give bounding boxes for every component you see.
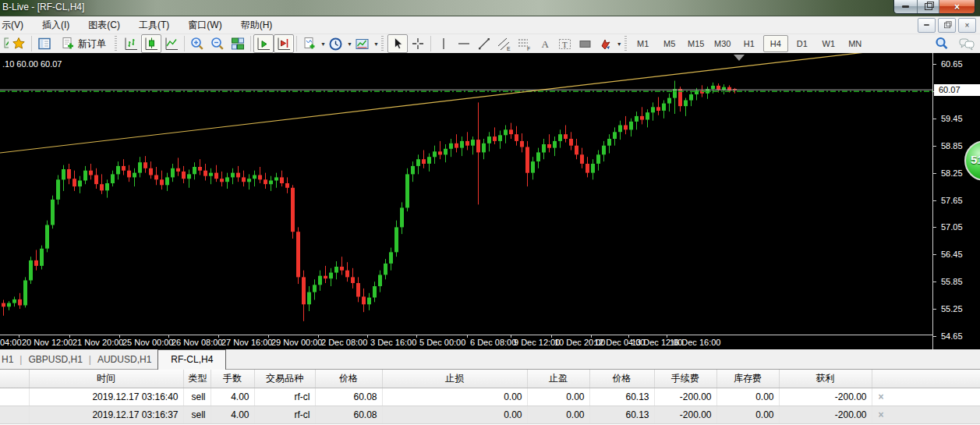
arrows-dropdown[interactable]: ▼ xyxy=(617,41,622,47)
trade-cell: -200.00 xyxy=(779,388,872,406)
tile-windows-button[interactable] xyxy=(228,34,248,53)
current-price-marker: 60.07 xyxy=(934,84,980,96)
toolbar-grip[interactable] xyxy=(115,36,117,51)
chart-tab-audusd-h1[interactable]: AUDUSD,H1 xyxy=(91,351,157,369)
y-axis-label: 54.65 xyxy=(941,331,963,341)
minimize-icon xyxy=(924,24,929,26)
templates-dropdown[interactable]: ▼ xyxy=(373,41,379,47)
close-trade-button[interactable]: × xyxy=(879,391,884,402)
svg-text:A: A xyxy=(541,38,549,50)
x-tick xyxy=(416,335,417,338)
x-tick xyxy=(551,335,552,338)
templates-button[interactable] xyxy=(352,34,373,53)
trade-cell: rf-cl xyxy=(254,388,315,406)
trade-cell: 0.00 xyxy=(716,388,779,406)
restore-button[interactable] xyxy=(917,0,939,13)
bar-chart-button[interactable] xyxy=(121,34,141,53)
trade-row-0[interactable]: 2019.12.17 03:16:40sell4.00rf-cl60.080.0… xyxy=(0,388,980,406)
line-chart-button[interactable] xyxy=(161,34,182,53)
column-header-9: 手续费 xyxy=(654,370,716,388)
menu-item-0[interactable]: 示(V) xyxy=(0,16,33,34)
trade-cell: 0.00 xyxy=(527,388,589,406)
child-close-button[interactable]: × xyxy=(958,18,976,33)
y-axis-label: 57.05 xyxy=(941,222,963,232)
column-header-empty xyxy=(872,370,980,388)
market-watch-button[interactable] xyxy=(34,34,55,53)
auto-scroll-button[interactable] xyxy=(253,34,274,53)
chart-tab-h1[interactable]: H1 xyxy=(0,351,19,369)
new-order-button[interactable]: 新订单 xyxy=(55,34,112,53)
menu-item-3[interactable]: 工具(T) xyxy=(129,16,179,34)
periods-button[interactable] xyxy=(326,34,346,53)
periods-dropdown[interactable]: ▼ xyxy=(347,41,352,47)
x-axis-label: 3 Dec 16:00 xyxy=(370,338,416,347)
trendline-button[interactable] xyxy=(474,34,494,53)
timeframe-button-h4[interactable]: H4 xyxy=(763,35,788,52)
y-tick xyxy=(933,227,936,228)
chart-tab-gbpusd-h1[interactable]: GBPUSD,H1 xyxy=(22,351,88,369)
minimize-button[interactable] xyxy=(894,0,917,13)
x-tick xyxy=(69,335,70,338)
trade-row-1[interactable]: 2019.12.17 03:16:37sell4.00rf-cl60.080.0… xyxy=(0,406,980,423)
trade-cell: 60.13 xyxy=(589,406,654,423)
x-axis-label: 20 Nov 12:00 xyxy=(22,338,73,347)
time-scale[interactable]: 04:0020 Nov 12:0021 Nov 20:0025 Nov 00:0… xyxy=(0,335,932,350)
vertical-line-button[interactable] xyxy=(433,34,454,53)
timeframe-button-w1[interactable]: W1 xyxy=(816,35,841,52)
x-axis-label: 21 Nov 20:00 xyxy=(73,338,123,347)
favorites-button[interactable] xyxy=(9,34,29,53)
menu-item-4[interactable]: 窗口(W) xyxy=(179,16,231,34)
toolbar-grip[interactable] xyxy=(381,36,384,51)
trade-cell: -200.00 xyxy=(654,388,716,406)
menu-item-5[interactable]: 帮助(H) xyxy=(232,16,282,34)
equidistant-channel-button[interactable]: E xyxy=(494,34,515,53)
close-trade-button[interactable]: × xyxy=(879,409,884,420)
timeframe-button-m5[interactable]: M5 xyxy=(657,35,682,52)
chart-tab-bar: H1|GBPUSD,H1|AUDUSD,H1RF-CL,H4 xyxy=(0,349,980,370)
close-icon: × xyxy=(954,2,960,12)
trade-icon-cell xyxy=(0,388,29,406)
y-tick xyxy=(933,64,936,65)
indicators-button[interactable] xyxy=(299,34,320,53)
trade-cell: sell xyxy=(183,388,211,406)
chart-canvas[interactable] xyxy=(0,53,932,335)
text-label-button[interactable]: T xyxy=(555,34,575,53)
menu-item-1[interactable]: 插入(I) xyxy=(33,16,79,34)
trades-table: 时间类型手数交易品种价格止损止盈价格手续费库存费获利2019.12.17 03:… xyxy=(0,370,980,424)
menu-item-2[interactable]: 图表(C) xyxy=(79,16,129,34)
candlestick-chart-button[interactable] xyxy=(141,34,161,53)
zoom-out-button[interactable] xyxy=(207,34,228,53)
timeframe-button-h1[interactable]: H1 xyxy=(737,35,762,52)
child-minimize-button[interactable] xyxy=(918,18,936,33)
child-restore-button[interactable] xyxy=(938,18,956,33)
fibonacci-button[interactable]: F xyxy=(515,34,535,53)
timeframe-button-m30[interactable]: M30 xyxy=(710,35,735,52)
trade-close-cell: × xyxy=(872,406,980,423)
horizontal-line-button[interactable] xyxy=(454,34,474,53)
menu-items: 示(V)插入(I)图表(C)工具(T)窗口(W)帮助(H) xyxy=(0,16,281,34)
text-button[interactable]: A xyxy=(535,34,555,53)
clipped-toolbar-icon[interactable] xyxy=(0,35,9,52)
close-button[interactable]: × xyxy=(939,0,975,13)
price-scale[interactable]: 60.6560.0559.4558.8558.2557.6557.0556.45… xyxy=(932,53,980,349)
timeframe-button-m1[interactable]: M1 xyxy=(631,35,656,52)
timeframe-button-mn[interactable]: MN xyxy=(843,35,868,52)
crosshair-button[interactable] xyxy=(408,34,428,53)
timeframe-button-d1[interactable]: D1 xyxy=(790,35,815,52)
chat-button[interactable] xyxy=(957,34,977,53)
y-tick xyxy=(933,119,936,119)
x-axis-label: 29 Nov 00:00 xyxy=(271,338,322,347)
chart-tab-rf-cl-h4[interactable]: RF-CL,H4 xyxy=(157,349,226,370)
shapes-button[interactable] xyxy=(575,34,596,53)
x-tick xyxy=(667,335,667,338)
cursor-button[interactable] xyxy=(387,34,408,53)
indicators-dropdown[interactable]: ▼ xyxy=(320,41,326,47)
timeframe-button-m15[interactable]: M15 xyxy=(684,35,709,52)
window-controls: × xyxy=(893,0,975,14)
chart-shift-button[interactable] xyxy=(274,34,294,53)
search-button[interactable] xyxy=(932,34,952,53)
trade-cell: 2019.12.17 03:16:37 xyxy=(29,406,183,423)
zoom-in-button[interactable] xyxy=(187,34,207,53)
arrows-button[interactable] xyxy=(596,34,616,53)
toolbar-grip[interactable] xyxy=(624,36,627,51)
